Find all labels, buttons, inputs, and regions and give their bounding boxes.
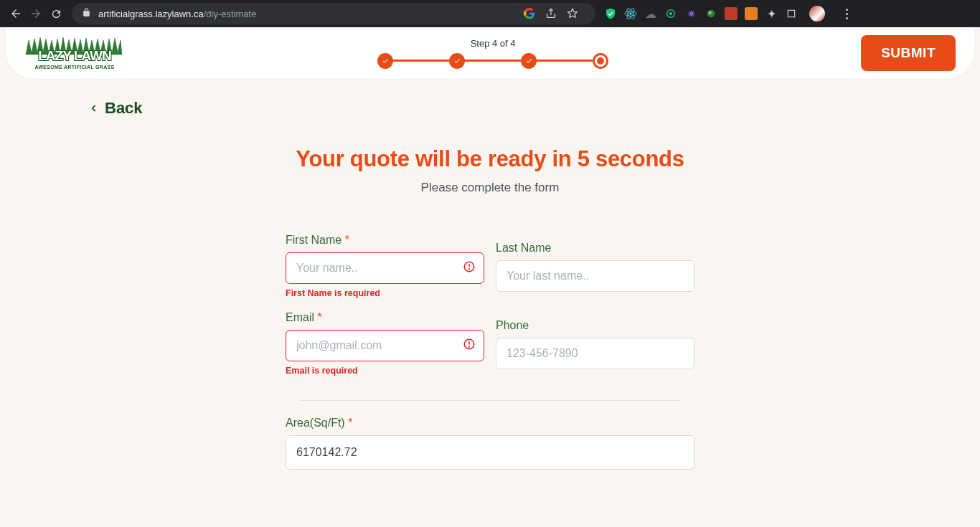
submit-button[interactable]: SUBMIT [861,35,956,71]
error-icon [463,338,476,353]
area-group: Area(Sq/Ft) * [286,417,694,470]
main-content: Your quote will be ready in 5 seconds Pl… [153,146,827,470]
svg-point-7 [709,11,712,14]
phone-label: Phone [496,319,694,332]
page-heading: Your quote will be ready in 5 seconds [153,146,827,172]
email-group: Email * Email is required [286,311,484,376]
ext-react-icon[interactable] [624,7,637,20]
extension-row: ☁ ✷ ✦ [604,6,854,22]
chevron-left-icon [89,103,99,113]
back-label: Back [105,99,143,118]
svg-point-16 [469,346,470,347]
email-label: Email * [286,311,484,324]
url-path: /diy-estimate [204,9,257,19]
brand-logo[interactable]: LAZY LAWN AWESOME ARTIFICIAL GRASS [24,34,125,72]
email-input[interactable] [286,330,484,361]
svg-point-13 [469,269,470,270]
ext-red-icon[interactable] [725,7,738,20]
last-name-label: Last Name [496,242,694,255]
browser-forward-button[interactable] [26,4,46,24]
first-name-group: First Name * First Name is required [286,234,484,298]
form-divider [300,400,680,401]
ext-gear-icon[interactable]: ✷ [684,7,697,20]
step-label: Step 4 of 4 [471,38,516,49]
first-name-label: First Name * [286,234,484,247]
step-dot-4-current [593,53,608,69]
first-name-input[interactable] [286,252,484,284]
lock-icon [82,7,91,20]
last-name-group: Last Name [496,242,694,298]
error-icon [463,260,476,276]
back-link[interactable]: Back [89,99,980,118]
ext-square-icon[interactable] [785,7,798,20]
first-name-error: First Name is required [286,288,484,298]
last-name-input[interactable] [496,260,694,292]
ext-circle-icon[interactable] [664,7,677,20]
url-host: artificialgrass.lazylawn.ca [98,9,204,19]
ext-globe-icon[interactable] [705,7,717,20]
browser-chrome: artificialgrass.lazylawn.ca/diy-estimate… [0,0,980,27]
step-dot-3 [521,53,537,69]
page-subheading: Please complete the form [153,181,827,195]
page-root: LAZY LAWN AWESOME ARTIFICIAL GRASS Step … [0,27,980,470]
profile-avatar[interactable] [809,6,825,22]
phone-group: Phone [496,319,694,376]
ext-chat-icon[interactable]: ☁ [644,7,657,20]
bookmark-star-icon[interactable] [565,6,580,21]
url-bar-actions [517,4,585,24]
email-error: Email is required [286,366,484,376]
step-line [393,60,449,62]
browser-url-bar[interactable]: artificialgrass.lazylawn.ca/diy-estimate [72,3,595,24]
browser-back-button[interactable] [6,4,26,24]
area-input[interactable] [286,435,694,470]
phone-input[interactable] [496,338,694,369]
svg-text:LAZY LAWN: LAZY LAWN [38,48,111,63]
google-icon[interactable] [522,6,537,21]
ext-puzzle-icon[interactable]: ✦ [765,7,778,20]
stepper: Step 4 of 4 [125,38,861,69]
quote-form: First Name * First Name is required Last… [286,234,694,470]
area-label: Area(Sq/Ft) * [286,417,694,429]
browser-menu-icon[interactable] [839,9,854,19]
step-line [537,60,593,62]
step-dot-2 [449,53,465,69]
browser-reload-button[interactable] [46,4,66,24]
ext-shield-icon[interactable] [604,7,617,20]
svg-rect-8 [788,10,794,16]
step-dot-1 [377,53,393,69]
top-bar: LAZY LAWN AWESOME ARTIFICIAL GRASS Step … [6,27,974,79]
svg-text:AWESOME ARTIFICIAL GRASS: AWESOME ARTIFICIAL GRASS [34,65,114,70]
step-line [465,60,521,62]
share-icon[interactable] [544,6,558,21]
ext-orange-icon[interactable] [745,7,758,20]
svg-point-0 [629,12,631,14]
url-chip [517,4,585,24]
svg-point-5 [669,12,672,15]
